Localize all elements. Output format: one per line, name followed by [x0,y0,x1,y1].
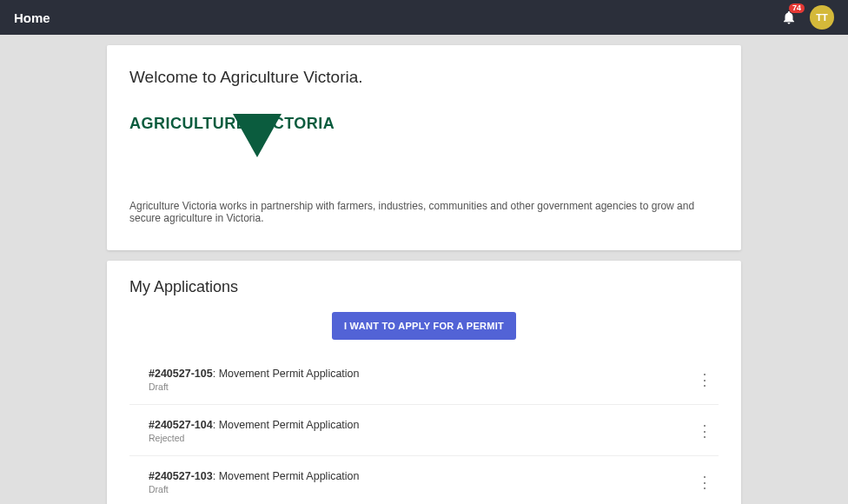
application-title: #240527-103: Movement Permit Application [149,470,691,482]
application-status: Draft [149,381,691,392]
application-id: #240527-104 [149,419,213,431]
application-name: Movement Permit Application [219,419,360,431]
application-row[interactable]: #240527-103: Movement Permit Application… [129,456,719,504]
notification-count-badge: 74 [789,3,805,13]
application-status: Draft [149,484,691,494]
row-menu-button[interactable]: ⋮ [691,417,719,445]
row-menu-button[interactable]: ⋮ [691,366,719,394]
welcome-card: Welcome to Agriculture Victoria. AGRICUL… [107,45,741,250]
application-name: Movement Permit Application [219,368,360,380]
logo-text-left: AGRICULTURE [129,115,247,133]
more-vert-icon: ⋮ [697,473,712,492]
application-name: Movement Permit Application [219,470,360,482]
welcome-body: Agriculture Victoria works in partnershi… [129,200,719,224]
application-title: #240527-104: Movement Permit Application [149,419,691,431]
triangle-icon [233,114,282,157]
applications-card: My Applications I WANT TO APPLY FOR A PE… [107,261,741,504]
application-title: #240527-105: Movement Permit Application [149,368,691,380]
row-menu-button[interactable]: ⋮ [691,468,719,496]
notifications-button[interactable]: 74 [777,5,801,30]
more-vert-icon: ⋮ [697,370,712,389]
agriculture-victoria-logo: AGRICULTURE ICTORIA [129,99,719,148]
applications-heading: My Applications [129,278,719,296]
application-row[interactable]: #240527-104: Movement Permit Application… [129,405,719,456]
application-row[interactable]: #240527-105: Movement Permit Application… [129,354,719,405]
content-area: Welcome to Agriculture Victoria. AGRICUL… [0,35,848,504]
page-title: Home [14,10,50,25]
welcome-heading: Welcome to Agriculture Victoria. [129,68,719,87]
avatar[interactable]: TT [810,5,834,30]
application-id: #240527-105 [149,368,213,380]
topbar: Home 74 TT [0,0,848,35]
more-vert-icon: ⋮ [697,421,712,441]
apply-permit-button[interactable]: I WANT TO APPLY FOR A PERMIT [332,312,516,340]
application-status: Rejected [149,433,691,443]
application-id: #240527-103 [149,470,213,482]
